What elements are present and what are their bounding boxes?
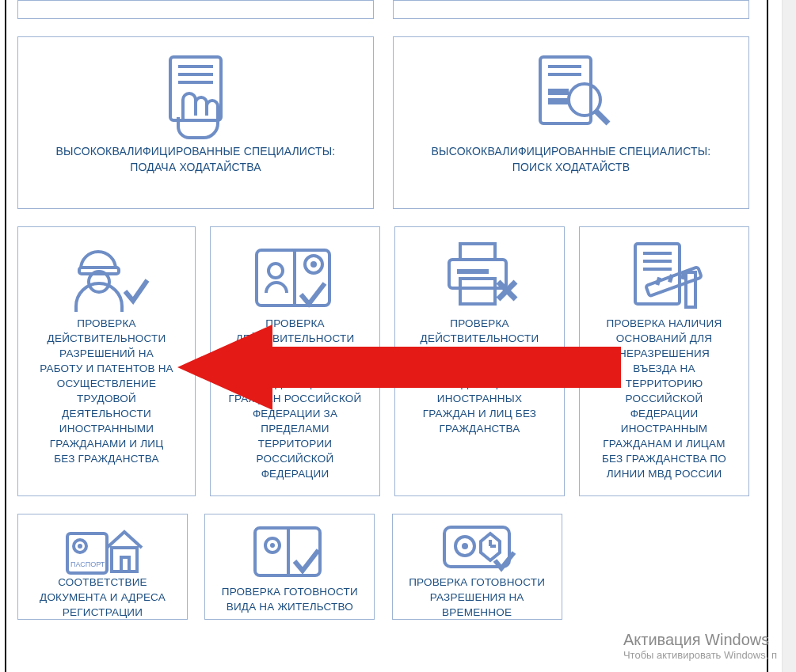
svg-point-41 xyxy=(462,543,468,549)
emblem-clock-card-icon xyxy=(433,519,520,575)
svg-point-38 xyxy=(270,543,275,548)
svg-rect-19 xyxy=(457,269,489,274)
svg-rect-26 xyxy=(686,272,695,307)
tile-check-entry-ban[interactable]: ПРОВЕРКА НАЛИЧИЯ ОСНОВАНИЙ ДЛЯ НЕРАЗРЕШЕ… xyxy=(579,226,749,496)
document-search-icon xyxy=(529,48,613,143)
tile-label: ВЫСОКОКВАЛИФИЦИРОВАННЫЕ СПЕЦИАЛИСТЫ: ПОИ… xyxy=(432,143,711,175)
tile-label: ВЫСОКОКВАЛИФИЦИРОВАННЫЕ СПЕЦИАЛИСТЫ: ПОД… xyxy=(56,143,336,175)
tile-doc-address-match[interactable]: ПАСПОРТ СООТВЕТСТВИЕ ДОКУМЕНТА И АДРЕСА … xyxy=(17,514,188,620)
tile-submit-petition[interactable]: ВЫСОКОКВАЛИФИЦИРОВАННЫЕ СПЕЦИАЛИСТЫ: ПОД… xyxy=(17,36,374,209)
tile-label: ПРОВЕРКА ДЕЙСТВИТЕЛЬНОСТИ ПРИГЛАШЕНИЙ НА… xyxy=(229,316,362,481)
svg-rect-16 xyxy=(460,244,495,260)
tile-placeholder xyxy=(579,514,749,620)
tile-label: ПРОВЕРКА ДЕЙСТВИТЕЛЬНОСТИ ПАСПОРТОВ ГРАЖ… xyxy=(413,316,547,436)
svg-rect-35 xyxy=(112,548,137,571)
tile-label: ПРОВЕРКА НАЛИЧИЯ ОСНОВАНИЙ ДЛЯ НЕРАЗРЕШЕ… xyxy=(602,316,726,481)
svg-line-10 xyxy=(596,111,608,123)
tile-search-petition[interactable]: ВЫСОКОКВАЛИФИЦИРОВАННЫЕ СПЕЦИАЛИСТЫ: ПОИ… xyxy=(393,36,749,209)
tile-label: ПРОВЕРКА ГОТОВНОСТИ РАЗРЕШЕНИЯ НА ВРЕМЕН… xyxy=(409,575,545,620)
svg-rect-36 xyxy=(121,557,129,571)
worker-check-icon xyxy=(63,235,150,316)
tile-check-work-permit[interactable]: ПРОВЕРКА ДЕЙСТВИТЕЛЬНОСТИ РАЗРЕШЕНИЙ НА … xyxy=(17,226,196,496)
tile-check-residence-permit[interactable]: ПРОВЕРКА ГОТОВНОСТИ ВИДА НА ЖИТЕЛЬСТВО xyxy=(204,514,375,620)
barrier-document-icon xyxy=(621,235,708,316)
printer-cancel-icon xyxy=(436,235,524,316)
tile-label: СООТВЕТСТВИЕ ДОКУМЕНТА И АДРЕСА РЕГИСТРА… xyxy=(40,575,166,620)
tile-top-left-cut[interactable] xyxy=(17,0,374,19)
passport-house-icon: ПАСПОРТ xyxy=(59,519,147,575)
document-hand-icon xyxy=(156,48,235,143)
tile-check-temp-permit[interactable]: ПРОВЕРКА ГОТОВНОСТИ РАЗРЕШЕНИЯ НА ВРЕМЕН… xyxy=(392,514,562,620)
svg-text:ПАСПОРТ: ПАСПОРТ xyxy=(70,560,105,568)
svg-rect-18 xyxy=(460,279,495,304)
scrollbar[interactable] xyxy=(782,0,796,672)
open-passport-check-icon xyxy=(250,519,329,584)
tile-top-right-cut[interactable] xyxy=(393,0,749,19)
tile-label: ПРОВЕРКА ГОТОВНОСТИ ВИДА НА ЖИТЕЛЬСТВО xyxy=(222,584,358,614)
svg-point-13 xyxy=(269,264,283,278)
tile-check-passport[interactable]: ПРОВЕРКА ДЕЙСТВИТЕЛЬНОСТИ ПАСПОРТОВ ГРАЖ… xyxy=(394,226,565,496)
tile-check-invitation[interactable]: ПРОВЕРКА ДЕЙСТВИТЕЛЬНОСТИ ПРИГЛАШЕНИЙ НА… xyxy=(210,226,380,496)
passport-check-icon xyxy=(252,235,339,316)
svg-point-33 xyxy=(78,544,82,549)
tile-label: ПРОВЕРКА ДЕЙСТВИТЕЛЬНОСТИ РАЗРЕШЕНИЙ НА … xyxy=(40,316,173,466)
svg-point-15 xyxy=(310,261,317,268)
